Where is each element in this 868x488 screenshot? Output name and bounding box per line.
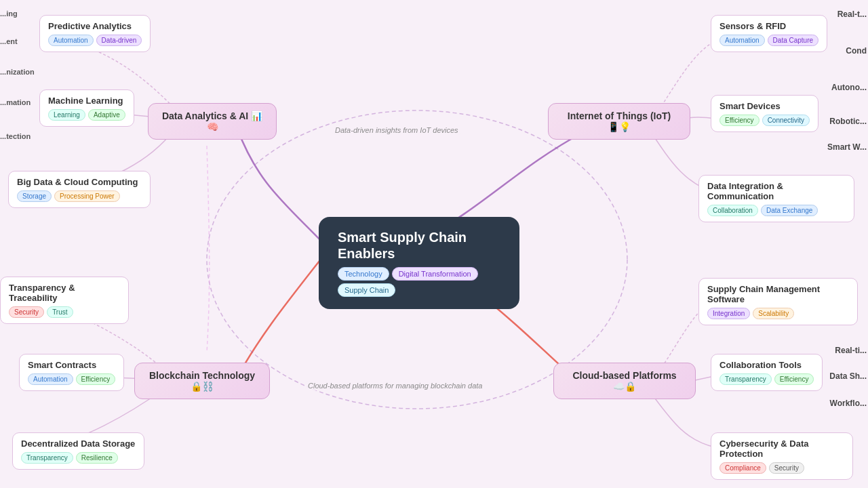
node-predictive-analytics[interactable]: Predictive Analytics Automation Data-dri… xyxy=(39,15,151,52)
tag-automation3: Automation xyxy=(719,35,765,46)
node-cloud-platforms[interactable]: Cloud-based Platforms ☁️🔒 xyxy=(553,363,696,399)
node-data-integration[interactable]: Data Integration & Communication Collabo… xyxy=(698,175,854,222)
iot-title: Internet of Things (IoT) 📱💡 xyxy=(561,110,677,132)
da-ai-title: Data Analytics & AI 📊🧠 xyxy=(161,110,264,132)
smart-devices-title: Smart Devices xyxy=(719,101,810,111)
blockchain-title: Blockchain Technology 🔒⛓️ xyxy=(147,370,257,392)
scm-title: Supply Chain Management Software xyxy=(707,284,849,304)
cyber-title: Cybersecurity & Data Protection xyxy=(719,439,844,459)
partial-right-datash: Data Sh... xyxy=(829,371,867,381)
node-bigdata-cloud[interactable]: Big Data & Cloud Computing Storage Proce… xyxy=(8,171,151,208)
node-transparency-traceability[interactable]: Transparency & Traceability Security Tru… xyxy=(0,277,129,324)
decentralized-title: Decentralized Data Storage xyxy=(21,439,136,449)
ml-tags: Learning Adaptive xyxy=(48,109,125,121)
tag-processing: Processing Power xyxy=(54,190,120,202)
partial-right-realtime2: Real-ti... xyxy=(835,346,867,355)
decentralized-tags: Transparency Resilience xyxy=(21,452,136,464)
tag-datacapture: Data Capture xyxy=(768,35,818,46)
data-integration-title: Data Integration & Communication xyxy=(707,181,846,201)
node-decentralized-storage[interactable]: Decentralized Data Storage Transparency … xyxy=(12,432,144,470)
tag-storage: Storage xyxy=(17,190,52,202)
partial-left-2: ...ent xyxy=(0,37,18,45)
edge-label-iot: Data-driven insights from IoT devices xyxy=(332,125,461,135)
tag-efficiency3: Efficiency xyxy=(774,373,814,385)
bigdata-tags: Storage Processing Power xyxy=(17,190,142,202)
sensors-tags: Automation Data Capture xyxy=(719,35,818,46)
node-iot[interactable]: Internet of Things (IoT) 📱💡 xyxy=(548,103,690,140)
tag-efficiency2: Efficiency xyxy=(719,115,760,126)
tag-integration: Integration xyxy=(707,308,750,319)
tag-transparency2: Transparency xyxy=(21,452,73,464)
sensors-title: Sensors & RFID xyxy=(719,21,818,31)
collab-title: Collaboration Tools xyxy=(719,360,814,370)
tag-resilience: Resilience xyxy=(76,452,118,464)
data-integration-tags: Collaboration Data Exchange xyxy=(707,205,846,216)
mind-map-canvas: Smart Supply Chain Enablers Technology D… xyxy=(0,0,868,488)
smart-contracts-tags: Automation Efficiency xyxy=(28,373,115,385)
center-title: Smart Supply Chain Enablers xyxy=(338,229,500,262)
tag-security2: Security xyxy=(769,462,804,474)
predictive-tags: Automation Data-driven xyxy=(48,35,142,46)
partial-left-4: ...mation xyxy=(0,98,31,106)
tag-datadriven: Data-driven xyxy=(96,35,142,46)
partial-left-1: ...ing xyxy=(0,9,18,18)
collab-tags: Transparency Efficiency xyxy=(719,373,814,385)
partial-left-5: ...tection xyxy=(0,132,31,140)
tag-transparency3: Transparency xyxy=(719,373,772,385)
tag-security: Security xyxy=(9,306,44,318)
tag-trust: Trust xyxy=(47,306,73,318)
cyber-tags: Compliance Security xyxy=(719,462,844,474)
partial-right-cond: Cond xyxy=(846,46,867,56)
ml-title: Machine Learning xyxy=(48,96,125,106)
edge-label-cloud: Cloud-based platforms for managing block… xyxy=(305,381,485,390)
partial-right-robotic: Robotic... xyxy=(829,117,867,126)
node-collaboration-tools[interactable]: Collaboration Tools Transparency Efficie… xyxy=(711,354,823,391)
node-sensors-rfid[interactable]: Sensors & RFID Automation Data Capture xyxy=(711,15,827,52)
center-node[interactable]: Smart Supply Chain Enablers Technology D… xyxy=(319,217,519,309)
tag-dataexchange: Data Exchange xyxy=(761,205,818,216)
partial-right-realtime: Real-t... xyxy=(837,9,867,19)
node-data-analytics-ai[interactable]: Data Analytics & AI 📊🧠 xyxy=(148,103,277,140)
transparency-title: Transparency & Traceability xyxy=(9,283,120,303)
tag-efficiency: Efficiency xyxy=(76,373,116,385)
tag-connectivity: Connectivity xyxy=(762,115,810,126)
partial-right-auton: Autono... xyxy=(831,83,867,92)
partial-right-smartw: Smart W... xyxy=(827,142,867,152)
bigdata-title: Big Data & Cloud Computing xyxy=(17,177,142,187)
partial-right-workflow: Workflo... xyxy=(830,399,867,408)
node-cybersecurity[interactable]: Cybersecurity & Data Protection Complian… xyxy=(711,432,853,480)
node-smart-contracts[interactable]: Smart Contracts Automation Efficiency xyxy=(19,354,124,391)
tag-compliance: Compliance xyxy=(719,462,766,474)
tag-learning: Learning xyxy=(48,109,85,121)
tag-collaboration: Collaboration xyxy=(707,205,758,216)
node-scm-software[interactable]: Supply Chain Management Software Integra… xyxy=(698,278,858,325)
tag-scalability: Scalability xyxy=(753,308,794,319)
tag-supply: Supply Chain xyxy=(338,283,395,297)
transparency-tags: Security Trust xyxy=(9,306,120,318)
tag-automation: Automation xyxy=(48,35,94,46)
predictive-title: Predictive Analytics xyxy=(48,21,142,31)
smart-devices-tags: Efficiency Connectivity xyxy=(719,115,810,126)
smart-contracts-title: Smart Contracts xyxy=(28,360,115,370)
cloud-title: Cloud-based Platforms ☁️🔒 xyxy=(566,370,683,392)
tag-automation2: Automation xyxy=(28,373,73,385)
center-tags: Technology Digital Transformation Supply… xyxy=(338,267,500,297)
node-machine-learning[interactable]: Machine Learning Learning Adaptive xyxy=(39,89,134,127)
node-smart-devices[interactable]: Smart Devices Efficiency Connectivity xyxy=(711,95,818,132)
tag-digital: Digital Transformation xyxy=(392,267,478,281)
partial-left-3: ...nization xyxy=(0,68,35,76)
tag-technology: Technology xyxy=(338,267,389,281)
tag-adaptive: Adaptive xyxy=(88,109,125,121)
scm-tags: Integration Scalability xyxy=(707,308,849,319)
node-blockchain[interactable]: Blockchain Technology 🔒⛓️ xyxy=(134,363,270,399)
